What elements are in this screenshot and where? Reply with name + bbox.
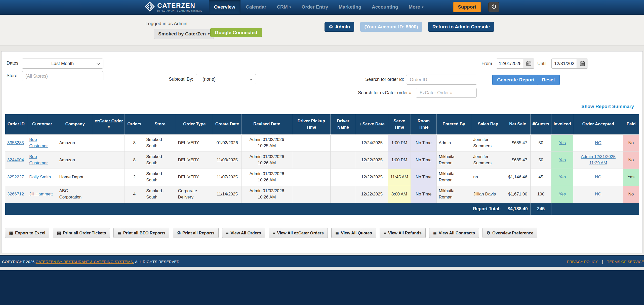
col-header-order_type[interactable]: Order Type bbox=[176, 114, 213, 134]
google-connected-button[interactable]: Google Connected bbox=[210, 28, 262, 37]
print-all-reports-button[interactable]: ⎙Print all Reports bbox=[173, 228, 218, 238]
nav-item-crm[interactable]: CRM▾ bbox=[271, 0, 296, 14]
report-total-guests: 245 bbox=[530, 203, 551, 215]
calendar-icon[interactable] bbox=[577, 59, 588, 68]
nav-item-more[interactable]: More▾ bbox=[404, 0, 429, 14]
chevron-down-icon: ▾ bbox=[422, 5, 423, 9]
cell-net_sale: $1,671.00 bbox=[505, 186, 530, 203]
col-header-sales_rep[interactable]: Sales Rep bbox=[471, 114, 505, 134]
sort-desc-icon: ↓ bbox=[359, 122, 361, 126]
view-all-refunds-button[interactable]: ≡View All Refunds bbox=[380, 228, 426, 238]
show-report-summary-link[interactable]: Show Report Summary bbox=[581, 104, 634, 109]
reset-button[interactable]: Reset bbox=[537, 75, 560, 85]
col-header-order_accepted[interactable]: Order Accepted bbox=[573, 114, 623, 134]
cell-link-invoiced[interactable]: Yes bbox=[559, 175, 566, 179]
cell-ezcater bbox=[93, 134, 125, 151]
cell-driver_pickup bbox=[292, 134, 330, 151]
cell-link-customer[interactable]: Bob Customer bbox=[29, 154, 48, 165]
cell-sales_rep: Jennifer Summers bbox=[471, 151, 505, 169]
table-body: 3353285Bob CustomerAmazon8Smoked - South… bbox=[5, 134, 639, 203]
cell-link-invoiced[interactable]: Yes bbox=[559, 140, 566, 145]
nav-menu: OverviewCalendarCRM▾Order EntryMarketing… bbox=[209, 0, 429, 14]
filters-section: Dates Last Month Store: Subtotal By: (no… bbox=[2, 52, 642, 114]
cell-driver_name bbox=[331, 169, 356, 186]
admin-button[interactable]: ⚙ Admin bbox=[325, 22, 354, 32]
nav-item-overview[interactable]: Overview bbox=[209, 0, 241, 14]
cell-link-invoiced[interactable]: Yes bbox=[559, 158, 566, 162]
grid-icon: ▦ bbox=[9, 230, 13, 236]
cell-link-customer[interactable]: Dolly Smith bbox=[29, 175, 51, 179]
col-header-revised_date[interactable]: Revised Date bbox=[242, 114, 292, 134]
cell-paid: No bbox=[623, 186, 639, 203]
generate-report-button[interactable]: Generate Report bbox=[492, 75, 539, 85]
copyright-text: COPYRIGHT 2026 CATERZEN BY RESTAURANT & … bbox=[2, 260, 181, 264]
cell-link-order_id[interactable]: 3244004 bbox=[7, 158, 24, 162]
cell-link-customer[interactable]: Jill Hammett bbox=[29, 192, 53, 196]
until-date-input[interactable] bbox=[552, 59, 577, 68]
subtotal-by-select[interactable]: (none) bbox=[196, 74, 256, 84]
dates-select[interactable]: Last Month bbox=[22, 59, 103, 69]
cell-order_id: 3353285 bbox=[5, 134, 27, 151]
print-all-beo-reports-button[interactable]: ≣Print all BEO Reports bbox=[113, 228, 169, 238]
cell-link-order_id[interactable]: 3266712 bbox=[7, 192, 24, 196]
nav-item-order-entry[interactable]: Order Entry bbox=[296, 0, 334, 14]
top-nav: CATERZEN By RESTAURANT & CATERING SYSTEM… bbox=[0, 0, 644, 15]
cell-link-order_accepted[interactable]: Admin 12/31/2025 11:29 AM bbox=[581, 154, 616, 165]
col-header-serve_date[interactable]: ↓Serve Date bbox=[356, 114, 388, 134]
cell-company: Amazon bbox=[57, 134, 93, 151]
return-admin-console-button[interactable]: Return to Admin Console bbox=[428, 22, 494, 32]
cell-serve_time: 8:00 AM bbox=[388, 186, 411, 203]
nav-item-calendar[interactable]: Calendar bbox=[240, 0, 271, 14]
cell-serve_date: 12/22/2025 bbox=[356, 169, 388, 186]
privacy-policy-link[interactable]: PRIVACY POLICY bbox=[567, 260, 598, 264]
overview-preference-button[interactable]: ⚙Overview Preference bbox=[482, 228, 538, 238]
col-header-create_date[interactable]: Create Date bbox=[213, 114, 241, 134]
col-header-entered_by[interactable]: Entered By bbox=[436, 114, 471, 134]
search-order-id-input[interactable] bbox=[406, 75, 477, 85]
col-header-guests[interactable]: #Guests bbox=[530, 114, 551, 134]
terms-of-service-link[interactable]: TERMS OF SERVICE bbox=[607, 260, 644, 264]
col-header-ezcater[interactable]: ezCater Order # bbox=[93, 114, 125, 134]
cell-order_type: DELIVERY bbox=[176, 151, 213, 169]
cell-order_accepted: NO bbox=[573, 134, 623, 151]
cell-order_id: 3244004 bbox=[5, 151, 27, 169]
subtotal-by-label: Subtotal By: bbox=[150, 77, 193, 82]
view-all-quotes-button[interactable]: ≣View All Quotes bbox=[331, 228, 376, 238]
cell-order_type: DELIVERY bbox=[176, 134, 213, 151]
cell-revised_date: Admin 01/02/2026 10:26 AM bbox=[242, 186, 292, 203]
col-header-customer[interactable]: Customer bbox=[27, 114, 57, 134]
col-header-company[interactable]: Company bbox=[57, 114, 93, 134]
col-header-serve_time: Serve Time bbox=[388, 114, 411, 134]
cell-link-order_id[interactable]: 3252227 bbox=[7, 175, 24, 179]
from-date-input[interactable] bbox=[496, 59, 523, 68]
nav-item-accounting[interactable]: Accounting bbox=[367, 0, 404, 14]
store-input[interactable] bbox=[22, 71, 103, 81]
cell-link-order_accepted[interactable]: NO bbox=[595, 192, 601, 196]
print-all-order-tickets-button[interactable]: ▤Print all Order Tickets bbox=[53, 228, 110, 238]
cell-link-customer[interactable]: Bob Customer bbox=[29, 137, 48, 148]
support-button[interactable]: Support bbox=[453, 2, 481, 12]
cell-link-order_accepted[interactable]: NO bbox=[595, 175, 601, 179]
col-header-orders: Orders bbox=[125, 114, 144, 134]
search-ezcater-input[interactable] bbox=[416, 88, 477, 98]
view-all-orders-button[interactable]: ≡View All Orders bbox=[222, 228, 265, 238]
cell-create_date: 11/07/2025 bbox=[213, 169, 241, 186]
col-header-order_id[interactable]: Order ID bbox=[5, 114, 27, 134]
cell-link-order_id[interactable]: 3353285 bbox=[7, 140, 24, 145]
report-panel: Dates Last Month Store: Subtotal By: (no… bbox=[1, 51, 643, 253]
view-all-contracts-button[interactable]: ≣View All Contracts bbox=[429, 228, 479, 238]
cell-link-order_accepted[interactable]: NO bbox=[595, 140, 601, 145]
export-to-excel-button[interactable]: ▦Export to Excel bbox=[5, 228, 49, 238]
table-header-row: Order IDCustomerCompanyezCater Order #Or… bbox=[5, 114, 639, 134]
view-all-ezcater-orders-button[interactable]: ≡View All ezCater Orders bbox=[269, 228, 328, 238]
calendar-icon[interactable] bbox=[523, 59, 534, 68]
store-switcher-dropdown[interactable]: Smoked by CaterZen ▾ bbox=[154, 29, 214, 39]
caterzen-footer-link[interactable]: CATERZEN BY RESTAURANT & CATERING SYSTEM… bbox=[36, 260, 133, 264]
nav-item-marketing[interactable]: Marketing bbox=[333, 0, 367, 14]
cell-revised_date: Admin 01/02/2026 10:25 AM bbox=[242, 134, 292, 151]
cell-link-invoiced[interactable]: Yes bbox=[559, 192, 566, 196]
search-order-id-label: Search for order id: bbox=[341, 77, 404, 82]
logout-button[interactable] bbox=[488, 2, 499, 12]
col-header-store[interactable]: Store bbox=[144, 114, 176, 134]
cell-orders: 2 bbox=[125, 169, 144, 186]
